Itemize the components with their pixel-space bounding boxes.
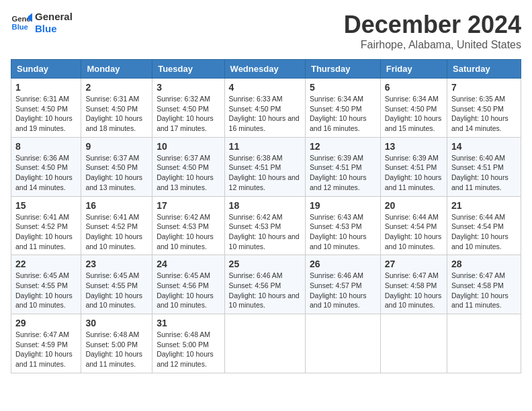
svg-text:Blue: Blue <box>12 23 28 31</box>
table-row: 14 Sunrise: 6:40 AM Sunset: 4:51 PM Dayl… <box>447 137 521 196</box>
day-number: 16 <box>85 200 148 211</box>
day-info: Sunrise: 6:44 AM Sunset: 4:54 PM Dayligh… <box>385 212 443 252</box>
table-row: 16 Sunrise: 6:41 AM Sunset: 4:52 PM Dayl… <box>81 196 152 255</box>
table-row: 8 Sunrise: 6:36 AM Sunset: 4:50 PM Dayli… <box>11 137 81 196</box>
table-row: 21 Sunrise: 6:44 AM Sunset: 4:54 PM Dayl… <box>447 196 521 255</box>
day-info: Sunrise: 6:41 AM Sunset: 4:52 PM Dayligh… <box>15 212 77 252</box>
day-number: 27 <box>385 259 443 269</box>
day-number: 17 <box>157 200 220 211</box>
header-monday: Monday <box>81 60 152 79</box>
day-info: Sunrise: 6:37 AM Sunset: 4:50 PM Dayligh… <box>85 153 148 193</box>
header: General Blue General Blue December 2024 … <box>11 11 521 51</box>
day-info: Sunrise: 6:47 AM Sunset: 4:59 PM Dayligh… <box>15 330 77 369</box>
day-info: Sunrise: 6:33 AM Sunset: 4:50 PM Dayligh… <box>229 94 301 134</box>
table-row: 29 Sunrise: 6:47 AM Sunset: 4:59 PM Dayl… <box>11 314 81 373</box>
day-number: 15 <box>15 200 77 211</box>
table-row: 5 Sunrise: 6:34 AM Sunset: 4:50 PM Dayli… <box>305 79 380 138</box>
header-friday: Friday <box>380 60 447 79</box>
day-info: Sunrise: 6:46 AM Sunset: 4:57 PM Dayligh… <box>310 271 376 310</box>
title-area: December 2024 Fairhope, Alabama, United … <box>344 11 521 51</box>
day-number: 4 <box>229 82 301 93</box>
day-number: 31 <box>157 318 220 328</box>
day-number: 22 <box>15 259 77 269</box>
day-info: Sunrise: 6:40 AM Sunset: 4:51 PM Dayligh… <box>451 153 517 193</box>
day-info: Sunrise: 6:41 AM Sunset: 4:52 PM Dayligh… <box>85 212 148 252</box>
day-info: Sunrise: 6:45 AM Sunset: 4:55 PM Dayligh… <box>15 271 77 310</box>
day-number: 30 <box>85 318 148 328</box>
calendar-week-row: 29 Sunrise: 6:47 AM Sunset: 4:59 PM Dayl… <box>11 314 521 373</box>
calendar-week-row: 1 Sunrise: 6:31 AM Sunset: 4:50 PM Dayli… <box>11 79 521 138</box>
day-number: 20 <box>385 200 443 211</box>
day-number: 10 <box>157 141 220 152</box>
day-info: Sunrise: 6:46 AM Sunset: 4:56 PM Dayligh… <box>229 271 301 310</box>
table-row: 20 Sunrise: 6:44 AM Sunset: 4:54 PM Dayl… <box>380 196 447 255</box>
day-info: Sunrise: 6:31 AM Sunset: 4:50 PM Dayligh… <box>15 94 77 134</box>
day-info: Sunrise: 6:45 AM Sunset: 4:55 PM Dayligh… <box>85 271 148 310</box>
day-number: 5 <box>310 82 376 93</box>
day-number: 3 <box>157 82 220 93</box>
day-info: Sunrise: 6:47 AM Sunset: 4:58 PM Dayligh… <box>451 271 517 310</box>
day-info: Sunrise: 6:39 AM Sunset: 4:51 PM Dayligh… <box>385 153 443 193</box>
day-number: 12 <box>310 141 376 152</box>
table-row: 15 Sunrise: 6:41 AM Sunset: 4:52 PM Dayl… <box>11 196 81 255</box>
day-number: 1 <box>15 82 77 93</box>
table-row: 30 Sunrise: 6:48 AM Sunset: 5:00 PM Dayl… <box>81 314 152 373</box>
day-info: Sunrise: 6:34 AM Sunset: 4:50 PM Dayligh… <box>310 94 376 134</box>
day-info: Sunrise: 6:36 AM Sunset: 4:50 PM Dayligh… <box>15 153 77 193</box>
day-number: 21 <box>451 200 517 211</box>
logo-blue: Blue <box>35 23 73 35</box>
table-row: 23 Sunrise: 6:45 AM Sunset: 4:55 PM Dayl… <box>81 255 152 314</box>
table-row: 10 Sunrise: 6:37 AM Sunset: 4:50 PM Dayl… <box>152 137 224 196</box>
header-saturday: Saturday <box>447 60 521 79</box>
day-info: Sunrise: 6:48 AM Sunset: 5:00 PM Dayligh… <box>157 330 220 369</box>
day-info: Sunrise: 6:32 AM Sunset: 4:50 PM Dayligh… <box>157 94 220 134</box>
day-number: 6 <box>385 82 443 93</box>
table-row <box>447 314 521 373</box>
table-row: 18 Sunrise: 6:42 AM Sunset: 4:53 PM Dayl… <box>224 196 305 255</box>
table-row: 3 Sunrise: 6:32 AM Sunset: 4:50 PM Dayli… <box>152 79 224 138</box>
day-info: Sunrise: 6:44 AM Sunset: 4:54 PM Dayligh… <box>451 212 517 252</box>
day-number: 13 <box>385 141 443 152</box>
header-wednesday: Wednesday <box>224 60 305 79</box>
day-info: Sunrise: 6:42 AM Sunset: 4:53 PM Dayligh… <box>157 212 220 252</box>
table-row: 6 Sunrise: 6:34 AM Sunset: 4:50 PM Dayli… <box>380 79 447 138</box>
day-info: Sunrise: 6:31 AM Sunset: 4:50 PM Dayligh… <box>85 94 148 134</box>
day-info: Sunrise: 6:47 AM Sunset: 4:58 PM Dayligh… <box>385 271 443 310</box>
day-number: 14 <box>451 141 517 152</box>
day-info: Sunrise: 6:35 AM Sunset: 4:50 PM Dayligh… <box>451 94 517 134</box>
day-info: Sunrise: 6:48 AM Sunset: 5:00 PM Dayligh… <box>85 330 148 369</box>
day-number: 24 <box>157 259 220 269</box>
table-row: 31 Sunrise: 6:48 AM Sunset: 5:00 PM Dayl… <box>152 314 224 373</box>
day-number: 23 <box>85 259 148 269</box>
table-row: 2 Sunrise: 6:31 AM Sunset: 4:50 PM Dayli… <box>81 79 152 138</box>
day-number: 28 <box>451 259 517 269</box>
calendar-week-row: 15 Sunrise: 6:41 AM Sunset: 4:52 PM Dayl… <box>11 196 521 255</box>
day-info: Sunrise: 6:45 AM Sunset: 4:56 PM Dayligh… <box>157 271 220 310</box>
page-title: December 2024 <box>344 11 521 39</box>
table-row: 17 Sunrise: 6:42 AM Sunset: 4:53 PM Dayl… <box>152 196 224 255</box>
day-info: Sunrise: 6:39 AM Sunset: 4:51 PM Dayligh… <box>310 153 376 193</box>
day-info: Sunrise: 6:38 AM Sunset: 4:51 PM Dayligh… <box>229 153 301 193</box>
day-number: 2 <box>85 82 148 93</box>
logo-icon: General Blue <box>11 12 32 34</box>
table-row: 13 Sunrise: 6:39 AM Sunset: 4:51 PM Dayl… <box>380 137 447 196</box>
calendar-week-row: 8 Sunrise: 6:36 AM Sunset: 4:50 PM Dayli… <box>11 137 521 196</box>
table-row: 19 Sunrise: 6:43 AM Sunset: 4:53 PM Dayl… <box>305 196 380 255</box>
day-number: 29 <box>15 318 77 328</box>
day-number: 25 <box>229 259 301 269</box>
header-tuesday: Tuesday <box>152 60 224 79</box>
day-number: 9 <box>85 141 148 152</box>
day-number: 18 <box>229 200 301 211</box>
table-row: 25 Sunrise: 6:46 AM Sunset: 4:56 PM Dayl… <box>224 255 305 314</box>
calendar-week-row: 22 Sunrise: 6:45 AM Sunset: 4:55 PM Dayl… <box>11 255 521 314</box>
day-number: 11 <box>229 141 301 152</box>
table-row <box>224 314 305 373</box>
logo-general: General <box>35 11 73 23</box>
day-number: 26 <box>310 259 376 269</box>
logo: General Blue General Blue <box>11 11 73 35</box>
day-number: 7 <box>451 82 517 93</box>
day-info: Sunrise: 6:42 AM Sunset: 4:53 PM Dayligh… <box>229 212 301 252</box>
page-subtitle: Fairhope, Alabama, United States <box>344 39 521 51</box>
table-row: 12 Sunrise: 6:39 AM Sunset: 4:51 PM Dayl… <box>305 137 380 196</box>
table-row: 22 Sunrise: 6:45 AM Sunset: 4:55 PM Dayl… <box>11 255 81 314</box>
